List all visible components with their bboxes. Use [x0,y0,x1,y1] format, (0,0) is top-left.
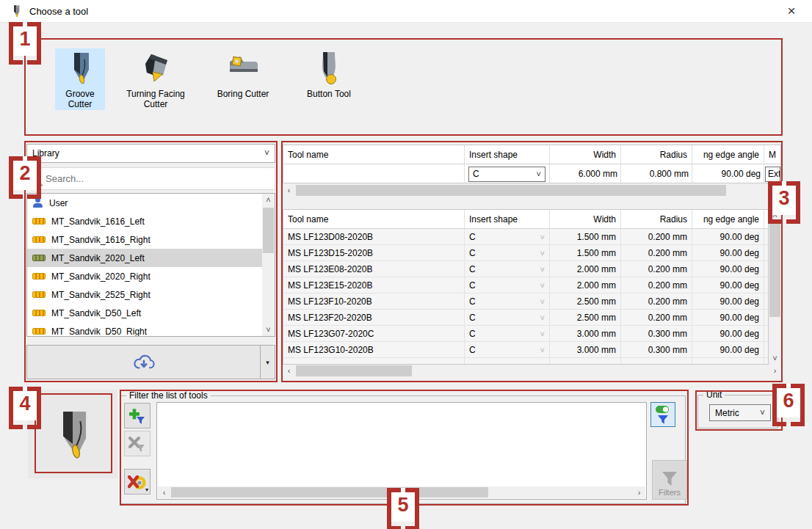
insert-shape-cell[interactable]: C˅ [465,229,550,245]
clear-filters-button[interactable]: ▾ [124,469,151,495]
tree-item[interactable]: MT_Sandvik_1616_Left [27,212,262,230]
width-cell[interactable]: 2.500 mm [550,293,621,310]
tools-table-hscroll[interactable]: ‹ › [283,365,781,377]
scrollbar-thumb[interactable] [296,185,726,196]
radius-cell[interactable]: 0.200 mm [621,293,692,310]
radius-cell[interactable]: 0.200 mm [621,310,692,326]
cloud-download-main[interactable] [27,346,260,379]
width-cell[interactable]: 3.000 mm [550,326,621,342]
col-header-insert-shape[interactable]: Insert shape [465,145,550,164]
parameter-table-hscroll[interactable]: ‹ › [283,184,781,197]
tool-name-cell[interactable]: MS LF123D08-2020B [283,229,465,245]
tool-name-cell[interactable]: MS LF123E08-2020B [283,261,465,277]
scroll-down-icon[interactable]: ˅ [262,324,275,336]
edge-angle-cell[interactable]: 90.00 deg [692,342,764,358]
tool-type-boring-cutter[interactable]: Boring Cutter [207,48,279,110]
scroll-left-icon[interactable]: ‹ [283,365,295,377]
col-header-insert-shape[interactable]: Insert shape [465,210,550,229]
unit-select[interactable]: Metric ˅ [709,404,771,421]
toggle-filtering-button[interactable] [650,402,675,427]
edge-angle-cell[interactable]: 90.00 deg [692,310,764,326]
tool-type-groove-cutter[interactable]: Groove Cutter [55,48,105,110]
tool-name-cell[interactable]: MS LF123G10-2020B [283,342,465,358]
edge-angle-cell[interactable]: 90.00 deg [692,277,764,293]
edge-angle-cell[interactable]: 90.00 deg [692,261,764,277]
scrollbar-thumb[interactable] [296,365,412,376]
col-header-edge-angle[interactable]: ng edge angle [692,210,764,229]
m-value-field[interactable]: Ext [765,167,780,182]
radius-cell[interactable]: 0.300 mm [621,342,692,358]
radius-cell[interactable]: 0.200 mm [621,261,692,277]
cloud-download-button[interactable]: ▾ [26,345,275,379]
insert-shape-cell[interactable]: C˅ [465,310,550,326]
tree-item-user[interactable]: User [27,194,262,212]
library-source-select[interactable]: Library ˅ [26,144,275,163]
tree-item-selected[interactable]: MT_Sandvik_2020_Left [27,249,262,267]
filters-button[interactable]: Filters [652,460,687,500]
tree-item[interactable]: MT_Sandvik_2020_Right [27,267,262,285]
tree-item[interactable]: MT_Sandvik_D50_Left [27,304,262,322]
insert-shape-cell[interactable]: C˅ [465,277,550,293]
tool-name-cell[interactable]: MS LF123G07-2020C [283,326,465,342]
tree-item[interactable]: MT_Sandvik_D50_Right [27,322,262,337]
insert-shape-cell[interactable]: C˅ [465,293,550,310]
col-header-edge-angle[interactable]: ng edge angle [692,145,764,164]
edge-angle-cell[interactable]: 90.00 deg [692,245,764,261]
remove-filter-button[interactable] [124,431,151,456]
radius-cell[interactable]: 0.300 mm [621,326,692,342]
add-filter-button[interactable] [124,403,151,428]
insert-shape-cell[interactable]: C˅ [465,326,550,342]
radius-cell[interactable]: 0.200 mm [621,245,692,261]
scroll-right-icon[interactable]: › [633,486,645,499]
width-cell[interactable]: 3.000 mm [550,342,621,358]
filter-tool-name-cell[interactable] [283,164,465,183]
tool-type-turning-facing-cutter[interactable]: Turning Facing Cutter [116,48,195,110]
edge-angle-cell[interactable]: 90.00 deg [692,229,764,245]
radius-cell[interactable]: 0.200 mm [621,277,692,293]
width-cell[interactable]: 1.500 mm [550,229,621,245]
width-cell[interactable]: 1.500 mm [550,245,621,261]
insert-shape-select[interactable]: C ˅ [468,167,545,182]
search-input[interactable] [44,172,275,185]
filter-edge-angle-cell[interactable]: 90.00 deg [692,164,764,183]
insert-shape-cell[interactable]: C˅ [465,342,550,358]
col-header-radius[interactable]: Radius [621,145,692,164]
col-header-m[interactable]: M [764,145,781,164]
radius-cell[interactable]: 0.200 mm [621,229,692,245]
unit-group-title: Unit [703,390,725,400]
scroll-up-icon[interactable]: ˄ [262,194,275,206]
col-header-radius[interactable]: Radius [621,210,692,229]
tool-name-cell[interactable]: MS LF123F20-2020B [283,310,465,326]
scroll-left-icon[interactable]: ‹ [283,184,295,197]
filter-radius-cell[interactable]: 0.800 mm [621,164,692,183]
col-header-width[interactable]: Width [550,210,621,229]
scrollbar-thumb[interactable] [171,487,488,497]
filter-list[interactable]: ‹ › [156,402,647,500]
col-header-tool-name[interactable]: Tool name [283,210,465,229]
width-cell[interactable]: 2.500 mm [550,310,621,326]
tree-item[interactable]: MT_Sandvik_1616_Right [27,230,262,249]
scroll-left-icon[interactable]: ‹ [158,486,170,499]
scrollbar-thumb[interactable] [263,208,274,253]
tool-name-cell[interactable]: MS LF123D15-2020B [283,245,465,261]
col-header-tool-name[interactable]: Tool name [283,145,465,164]
edge-angle-cell[interactable]: 90.00 deg [692,293,764,310]
filter-width-cell[interactable]: 6.000 mm [550,164,621,183]
tool-name-cell[interactable]: MS LF123E15-2020B [283,277,465,293]
edge-angle-cell[interactable]: 90.00 deg [692,326,764,342]
insert-shape-cell[interactable]: C˅ [465,261,550,277]
tools-table-vscroll[interactable]: ˄ ˅ [769,209,781,365]
tool-name-cell[interactable]: MS LF123F10-2020B [283,293,465,310]
insert-shape-cell[interactable]: C˅ [465,245,550,261]
scroll-down-icon[interactable]: ˅ [769,352,781,365]
cloud-download-dropdown[interactable]: ▾ [260,346,275,379]
scrollbar-thumb[interactable] [769,223,780,317]
tree-item[interactable]: MT_Sandvik_2525_Right [27,285,262,304]
tree-scrollbar[interactable]: ˄ ˅ [262,194,275,336]
close-icon[interactable]: × [771,0,812,22]
width-cell[interactable]: 2.000 mm [550,277,621,293]
col-header-width[interactable]: Width [550,145,621,164]
tool-type-button-tool[interactable]: Button Tool [297,48,360,110]
scroll-right-icon[interactable]: › [769,365,781,377]
width-cell[interactable]: 2.000 mm [550,261,621,277]
